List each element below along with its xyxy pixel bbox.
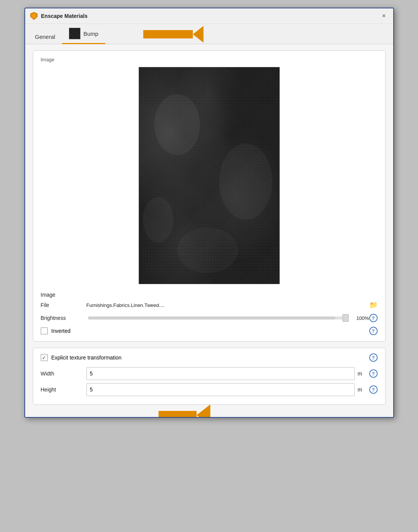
height-row: Height m ? bbox=[41, 383, 378, 396]
texture-preview bbox=[139, 67, 280, 284]
inverted-checkbox[interactable] bbox=[41, 328, 48, 334]
file-value: Furnishings.Fabrics.Linen.Tweed.... bbox=[86, 302, 366, 308]
width-input[interactable] bbox=[86, 367, 355, 380]
explicit-section-wrapper: Explicit texture transformation ? Width … bbox=[33, 348, 386, 405]
content-area: Image bbox=[25, 44, 393, 417]
image-field-label: Image bbox=[41, 292, 86, 298]
main-window: Enscape Materials × General Bump Image bbox=[24, 8, 394, 418]
image-section-label: Image bbox=[41, 57, 378, 62]
brightness-label: Brightness bbox=[41, 315, 86, 321]
bump-thumbnail bbox=[69, 28, 80, 39]
height-input[interactable] bbox=[86, 383, 355, 396]
browse-file-button[interactable]: 📁 bbox=[369, 301, 378, 309]
width-unit: m bbox=[358, 371, 369, 377]
explicit-header: Explicit texture transformation ? bbox=[41, 353, 378, 362]
file-label: File bbox=[41, 302, 86, 308]
tab-bump[interactable]: Bump bbox=[62, 24, 105, 44]
slider-fill bbox=[88, 316, 336, 320]
width-row: Width m ? bbox=[41, 367, 378, 380]
texture-svg bbox=[139, 67, 279, 284]
image-section: Image bbox=[33, 50, 386, 342]
inverted-help-button[interactable]: ? bbox=[369, 327, 378, 335]
height-label: Height bbox=[41, 387, 86, 393]
title-bar-left: Enscape Materials bbox=[30, 12, 88, 20]
svg-rect-13 bbox=[139, 67, 279, 284]
title-bar: Enscape Materials × bbox=[25, 8, 393, 24]
svg-point-17 bbox=[177, 227, 238, 273]
inverted-row: Inverted ? bbox=[41, 327, 378, 335]
app-icon bbox=[30, 12, 38, 20]
inverted-label: Inverted bbox=[51, 328, 71, 334]
window-title: Enscape Materials bbox=[41, 13, 88, 19]
file-row: File Furnishings.Fabrics.Linen.Tweed....… bbox=[41, 301, 378, 309]
slider-thumb[interactable] bbox=[343, 314, 349, 322]
height-help-button[interactable]: ? bbox=[369, 385, 378, 394]
explicit-label: Explicit texture transformation bbox=[51, 355, 122, 361]
image-preview-container bbox=[41, 67, 378, 284]
tab-general[interactable]: General bbox=[28, 30, 62, 44]
image-label-row: Image bbox=[41, 292, 378, 298]
close-button[interactable]: × bbox=[380, 11, 389, 21]
arrow-annotation-explicit bbox=[159, 404, 210, 418]
tab-bar: General Bump bbox=[25, 24, 393, 44]
brightness-row: Brightness 100% ? bbox=[41, 314, 378, 322]
brightness-slider[interactable] bbox=[88, 316, 349, 320]
width-help-button[interactable]: ? bbox=[369, 369, 378, 378]
explicit-checkbox[interactable] bbox=[41, 354, 48, 361]
svg-rect-12 bbox=[139, 67, 279, 284]
explicit-help-button[interactable]: ? bbox=[369, 353, 378, 362]
height-unit: m bbox=[358, 387, 369, 393]
svg-point-15 bbox=[154, 94, 200, 155]
arrow-annotation-bump bbox=[143, 26, 203, 43]
explicit-section: Explicit texture transformation ? Width … bbox=[33, 348, 386, 405]
svg-point-16 bbox=[219, 144, 272, 220]
brightness-help-button[interactable]: ? bbox=[369, 314, 378, 322]
brightness-value: 100% bbox=[350, 315, 369, 321]
svg-rect-14 bbox=[139, 105, 279, 246]
svg-point-18 bbox=[143, 197, 173, 243]
width-label: Width bbox=[41, 371, 86, 377]
